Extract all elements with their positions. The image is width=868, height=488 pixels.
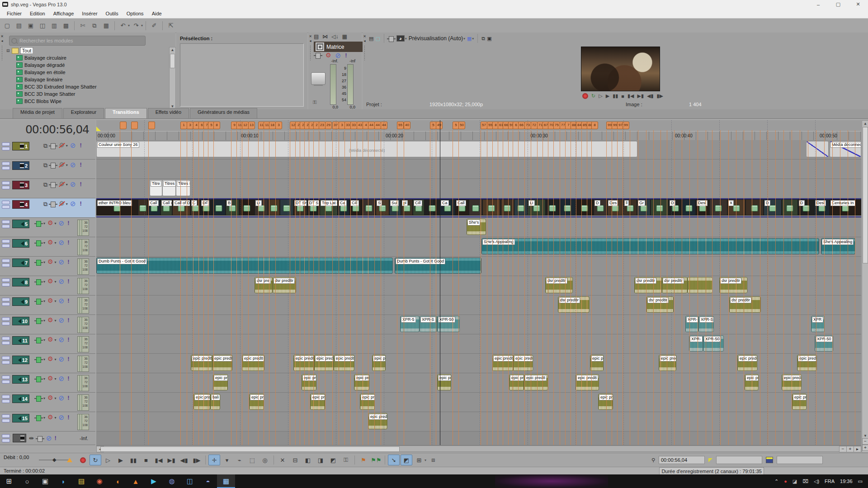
audio-event[interactable]: epic pro [437, 374, 451, 390]
automation-dropdown-icon[interactable]: ▾ [55, 338, 57, 342]
automation-settings-icon[interactable]: ⚙ [59, 142, 65, 149]
track-minimize-buttons[interactable] [2, 181, 10, 189]
event-fx-chip[interactable] [429, 205, 436, 211]
event-fx-chip[interactable] [244, 205, 250, 211]
event-fx-chip[interactable] [751, 205, 758, 211]
audio-event[interactable]: epic pred8 [782, 374, 802, 390]
auto-ripple-button[interactable]: ➘ [388, 455, 400, 465]
audio-event[interactable]: epic pred [745, 374, 759, 390]
timeline-marker-flag[interactable]: 44 [381, 122, 387, 129]
automation-dropdown-icon[interactable]: ▾ [55, 319, 57, 323]
event-fx-chip[interactable] [216, 205, 222, 211]
delete-button[interactable]: ✕ [277, 455, 288, 465]
fx-dropdown-icon[interactable]: ▾ [43, 357, 45, 361]
track-minimize-buttons[interactable] [2, 356, 10, 364]
track-header-9[interactable]: 9▾⚙▾⊘!3672108 [0, 296, 95, 315]
selection-tool-button[interactable]: ⬚ [246, 455, 258, 465]
solo-track-icon[interactable]: ! [80, 181, 81, 188]
redo-icon[interactable]: ↷ [131, 21, 142, 31]
timeline-marker-flag[interactable]: 66 [518, 122, 525, 129]
fader-lock-icon[interactable]: ⚿ [313, 99, 316, 105]
tray-app-icon[interactable]: ◪ [793, 479, 797, 484]
automation-settings-icon[interactable]: ⚙ [47, 220, 53, 226]
audio-event[interactable]: SHe's Appealing [481, 238, 819, 254]
marker-bar[interactable]: 1346758911121311111831222222232937333334… [96, 120, 861, 131]
transition-item[interactable]: Balayage dégradé [6, 61, 168, 69]
video-clip-event[interactable]: DF [200, 199, 212, 216]
event-fx-chip[interactable] [366, 205, 373, 211]
insert-marker-button[interactable]: ⚑ [358, 455, 369, 465]
pause-icon[interactable]: ▮▮ [613, 93, 618, 99]
tab-g-n-rateurs-de-m-dias[interactable]: Générateurs de médias [190, 108, 257, 118]
track-fx-icon[interactable] [51, 202, 56, 207]
menu-options[interactable]: Options [123, 10, 148, 17]
timeline-marker-flag[interactable]: 12 [242, 122, 249, 129]
track-minimize-buttons[interactable] [2, 298, 10, 306]
taskbar-vegas-icon[interactable]: ▦ [217, 474, 235, 488]
play-from-start-icon[interactable]: ▷ [599, 93, 602, 99]
event-fx-chip[interactable] [271, 205, 278, 211]
audio-event[interactable]: XPR-S [698, 316, 714, 332]
audio-event[interactable]: dsr pred8r [634, 277, 662, 293]
selection-start-value[interactable] [716, 456, 762, 464]
go-to-end-icon[interactable]: ▶▮ [637, 93, 644, 99]
event-fx-chip[interactable] [140, 205, 146, 211]
video-clip-event[interactable]: pl [401, 199, 413, 216]
track-minimize-buttons[interactable] [2, 201, 10, 209]
meters-icon[interactable]: ▦ [342, 33, 347, 40]
automation-dropdown-icon[interactable]: ▾ [55, 416, 57, 420]
tray-expand-icon[interactable]: ⌃ [774, 479, 778, 484]
timeline-marker-flag[interactable]: 33 [350, 122, 357, 129]
track-header-5[interactable]: 5▾⚙▾⊘!3672108 [0, 218, 95, 237]
tree-collapse-icon[interactable]: ⊟ [6, 48, 10, 53]
publish-icon[interactable]: ▩ [61, 21, 71, 31]
track-fx-icon[interactable] [51, 143, 56, 149]
mute-track-icon[interactable]: ⊘ [59, 336, 65, 343]
taskbar-chrome-icon[interactable]: ◉ [90, 474, 108, 488]
master-bus-track-header[interactable]: ⇹ ⊘ ! -Inf. [0, 432, 95, 445]
track-content-1[interactable]: Couleur unie Sony 26(Média déconnecté)Mé… [96, 140, 861, 160]
automation-settings-icon[interactable]: ⚙ [47, 297, 53, 304]
master-fader[interactable] [311, 72, 326, 85]
audio-event[interactable]: epic pred8 [368, 413, 387, 429]
timeline-marker-flag[interactable]: 72 [531, 122, 538, 129]
track-content-8[interactable]: dsr predsr pred8rdsr pred8rdsr pred8rdsr… [96, 276, 861, 296]
track-header-13[interactable]: 13▾⚙▾⊘!3672108 [0, 373, 95, 393]
dropdown-arrow-icon[interactable]: ▾ [425, 458, 426, 462]
video-event[interactable]: Média déconnecté [830, 141, 861, 157]
track-minimize-buttons[interactable] [2, 395, 10, 403]
track-fx-icon[interactable] [36, 260, 41, 266]
taskbar-search-icon[interactable]: ○ [18, 474, 36, 488]
video-clip-event[interactable] [469, 199, 482, 216]
track-content-11[interactable]: XPR-XPR-50XPR-50 [96, 334, 861, 354]
automation-settings-icon[interactable]: ⚙ [47, 278, 53, 285]
compositing-mode-icon[interactable]: ⧉ [43, 142, 47, 150]
video-clip-event[interactable] [651, 199, 669, 216]
fx-dropdown-icon[interactable]: ▾ [43, 241, 45, 245]
tab-explorateur[interactable]: Explorateur [63, 108, 104, 118]
menu-insérer[interactable]: Insérer [78, 10, 101, 17]
next-frame-button[interactable]: ▮▶ [191, 455, 203, 465]
track-header-3[interactable]: 3⧉⚙▾⊘! [0, 179, 95, 198]
video-clip-event[interactable] [138, 199, 148, 216]
timeline-marker-flag[interactable]: 8 [591, 122, 598, 129]
audio-event[interactable]: epic pred8 [334, 355, 354, 371]
video-clip-event[interactable]: X [727, 199, 745, 216]
new-project-icon[interactable]: ▢ [2, 21, 13, 31]
timeline-marker-flag[interactable] [120, 122, 127, 129]
video-clip-event[interactable]: Gr [637, 199, 651, 216]
video-clip-event[interactable]: DT S [307, 199, 320, 216]
task-view-icon[interactable]: ▣ [36, 474, 54, 488]
timeline-v-scrollbar[interactable]: ▲ ▼ − + [862, 120, 868, 453]
mute-track-icon[interactable]: ⊘ [59, 375, 65, 382]
solo-track-icon[interactable]: ! [80, 200, 81, 207]
solo-track-icon[interactable]: ! [80, 142, 81, 149]
menu-fichier[interactable]: Fichier [3, 10, 26, 17]
audio-event[interactable]: dsr pre [255, 277, 273, 293]
split-screen-arrow-icon[interactable]: ▾ [405, 37, 407, 41]
mute-track-icon[interactable]: ⊘ [70, 142, 76, 149]
timeline-marker-flag[interactable] [148, 122, 155, 129]
track-fx-icon[interactable] [51, 163, 56, 169]
next-frame-icon[interactable]: ▮▶ [656, 93, 663, 99]
mute-track-icon[interactable]: ⊘ [59, 258, 65, 265]
